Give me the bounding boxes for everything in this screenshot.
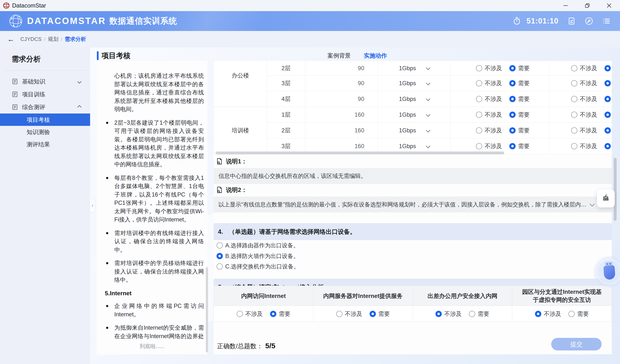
option-radio[interactable] xyxy=(217,242,223,249)
q5-radio-需要[interactable] xyxy=(270,311,276,317)
score-value: 5/5 xyxy=(265,342,275,350)
score-label: 正确数/总题数： xyxy=(217,342,263,350)
speed-select[interactable]: 1Gbps xyxy=(378,76,450,91)
option-label: A.选择路由器作为出口设备。 xyxy=(225,242,299,249)
q5-radio-需要[interactable] xyxy=(469,311,475,317)
menu-list-icon[interactable] xyxy=(602,17,611,25)
access-radio-不涉及[interactable] xyxy=(476,80,482,86)
speed-select[interactable]: 1Gbps xyxy=(378,107,450,123)
access-radio-需要[interactable] xyxy=(509,143,516,149)
access-radio-需要[interactable] xyxy=(509,80,516,86)
tools-icon[interactable] xyxy=(585,17,593,25)
sidebar-item-3[interactable]: 综合测评 xyxy=(0,101,90,114)
access-radio-不涉及[interactable] xyxy=(476,143,482,149)
question4-option[interactable]: C.选择交换机作为出口设备。 xyxy=(217,262,299,271)
speed-select[interactable]: 1Gbps xyxy=(378,61,450,76)
score-summary: 正确数/总题数： 5/5 xyxy=(217,342,275,350)
questions-scrollbar[interactable] xyxy=(614,158,617,221)
breadcrumb-item[interactable]: 规划 xyxy=(48,36,59,42)
q5-column-header: 园区与分支通过Internet实现基于虚拟专网的安全互访 xyxy=(512,286,612,306)
chevron-down-icon xyxy=(426,128,430,132)
access-label: 需要 xyxy=(518,111,530,119)
access-label: 需要 xyxy=(518,127,530,134)
auth-radio-不涉及[interactable] xyxy=(571,80,577,86)
submit-button[interactable]: 提交 xyxy=(551,338,602,350)
option-radio[interactable] xyxy=(217,253,223,259)
floor-table-hscrollbar[interactable] xyxy=(216,152,504,154)
access-label: 需要 xyxy=(518,142,530,150)
access-radio-不涉及[interactable] xyxy=(476,96,482,102)
q5-radio-不涉及[interactable] xyxy=(237,311,243,317)
breadcrumb-item[interactable]: CJYDCS xyxy=(20,36,42,42)
access-radio-需要[interactable] xyxy=(509,65,516,71)
q5-label: 需要 xyxy=(577,310,589,318)
speed-select[interactable]: 1Gbps xyxy=(378,123,450,138)
points-cell: 90 xyxy=(305,91,378,107)
auth-radio-需要[interactable] xyxy=(604,80,611,86)
question4-number: 4. xyxy=(218,228,223,235)
breadcrumb: ← CJYDCS/规划/需求分析 xyxy=(0,31,620,47)
access-radio-group: 不涉及需要 xyxy=(450,107,549,123)
floor-cell: 2层 xyxy=(267,61,305,76)
q5-radio-不涉及[interactable] xyxy=(435,311,442,317)
back-arrow-icon[interactable]: ← xyxy=(7,35,18,43)
points-cell: 90 xyxy=(305,61,378,76)
access-radio-不涉及[interactable] xyxy=(476,112,482,118)
sidebar-item-2[interactable]: 项目训练 xyxy=(0,88,90,101)
auth-radio-需要[interactable] xyxy=(604,65,611,71)
access-radio-需要[interactable] xyxy=(509,127,516,134)
speed-select[interactable]: 1Gbps xyxy=(378,91,450,107)
auth-radio-需要[interactable] xyxy=(604,143,611,149)
auth-radio-需要[interactable] xyxy=(604,127,611,134)
close-button[interactable] xyxy=(598,0,620,11)
auth-radio-不涉及[interactable] xyxy=(571,96,577,102)
sidebar-subitem-测评结果[interactable]: 测评结果 xyxy=(0,138,90,151)
q5-radio-不涉及[interactable] xyxy=(336,311,342,317)
question4-option[interactable]: A.选择路由器作为出口设备。 xyxy=(217,241,299,250)
auth-radio-需要[interactable] xyxy=(604,96,611,102)
case-bullet: 为抵御来自Internet的安全威胁，需在企业网络与Internet网络的边界处… xyxy=(97,324,207,339)
case-background-panel: 心机房；该机房通过水平布线系统部署以太网双绞线至本楼层中的各网络信息插座，通过垂… xyxy=(97,61,207,354)
sidebar: 需求分析 基础知识项目训练综合测评项目考核知识测验测评结果 xyxy=(0,47,90,364)
auth-radio-不涉及[interactable] xyxy=(571,112,577,118)
access-radio-不涉及[interactable] xyxy=(476,65,482,71)
q5-label: 需要 xyxy=(279,310,290,318)
auth-radio-不涉及[interactable] xyxy=(571,127,577,134)
sidebar-subitem-项目考核[interactable]: 项目考核 xyxy=(0,114,90,126)
access-label: 需要 xyxy=(518,79,530,87)
auth-radio-不涉及[interactable] xyxy=(571,65,577,71)
access-radio-不涉及[interactable] xyxy=(476,127,482,134)
option-radio[interactable] xyxy=(217,263,223,270)
q5-label: 需要 xyxy=(478,310,489,318)
floor-cell: 3层 xyxy=(267,76,305,91)
auth-radio-不涉及[interactable] xyxy=(571,143,577,149)
question4-option[interactable]: B.选择防火墙作为出口设备。 xyxy=(217,251,299,261)
access-radio-需要[interactable] xyxy=(509,96,516,102)
access-label: 不涉及 xyxy=(485,95,502,103)
q5-radio-需要[interactable] xyxy=(370,311,376,317)
note-body-bar: 信息中心指的是核心交换机所在的区域，该区域无需编辑。 xyxy=(214,168,612,184)
end-of-list-note: 到底啦...... xyxy=(97,343,207,350)
minimize-button[interactable] xyxy=(555,0,576,11)
collapse-sidebar-handle[interactable]: ‹ xyxy=(90,198,95,212)
q5-radio-需要[interactable] xyxy=(568,311,575,317)
breadcrumb-item: 需求分析 xyxy=(65,36,86,42)
access-radio-需要[interactable] xyxy=(509,112,516,118)
product-name: 数据通信实训系统 xyxy=(109,15,177,27)
sidebar-item-label: 综合测评 xyxy=(22,103,45,111)
auth-radio-需要[interactable] xyxy=(604,112,611,118)
sidebar-item-1[interactable]: 基础知识 xyxy=(0,75,90,88)
sidebar-subitem-知识测验[interactable]: 知识测验 xyxy=(0,126,90,138)
chevron-up-icon xyxy=(78,105,82,109)
chevron-down-icon xyxy=(78,79,82,83)
report-icon[interactable] xyxy=(567,17,576,25)
sidebar-title: 需求分析 xyxy=(12,54,90,64)
internet-analysis-table: 内网访问Internet内网服务器对Internet提供服务出差办公用户安全接入… xyxy=(214,286,612,322)
q5-radio-不涉及[interactable] xyxy=(535,311,541,317)
case-panel-scrollbar[interactable] xyxy=(206,267,208,352)
sidebar-subitem-label: 测评结果 xyxy=(27,141,50,148)
restore-button[interactable] xyxy=(576,0,598,11)
access-label: 不涉及 xyxy=(485,64,502,72)
auth-label: 不涉及 xyxy=(580,142,597,150)
clear-tool-button[interactable] xyxy=(597,190,615,207)
